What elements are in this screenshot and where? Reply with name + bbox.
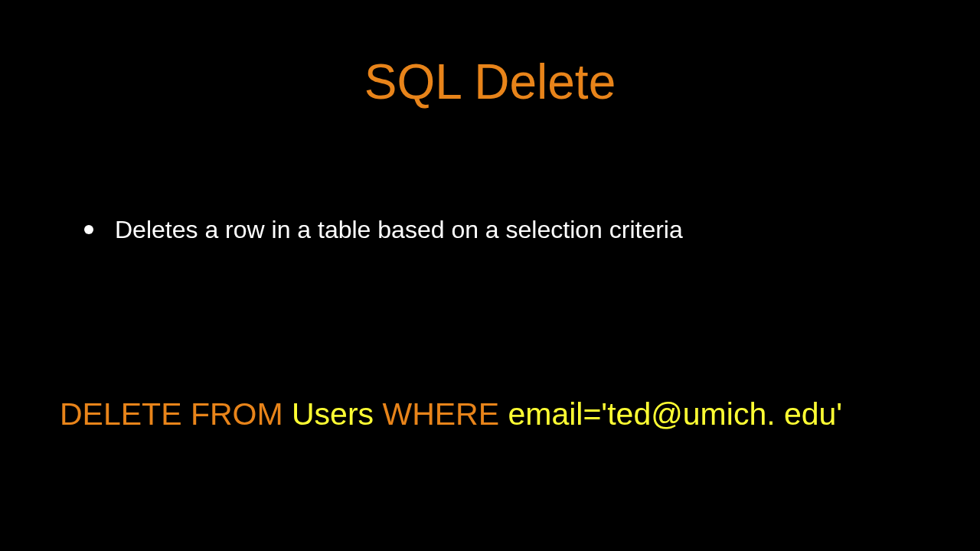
sql-table-name: Users [283, 396, 383, 432]
slide: SQL Delete Deletes a row in a table base… [0, 0, 980, 551]
bullet-item: Deletes a row in a table based on a sele… [84, 214, 934, 246]
sql-condition: email='ted@umich. edu' [499, 396, 842, 432]
sql-keyword-delete-from: DELETE FROM [60, 396, 283, 432]
sql-keyword-where: WHERE [382, 396, 499, 432]
sql-statement: DELETE FROM Users WHERE email='ted@umich… [60, 396, 842, 432]
bullet-text: Deletes a row in a table based on a sele… [115, 214, 683, 246]
bullet-dot-icon [84, 225, 93, 234]
slide-title: SQL Delete [0, 54, 980, 110]
